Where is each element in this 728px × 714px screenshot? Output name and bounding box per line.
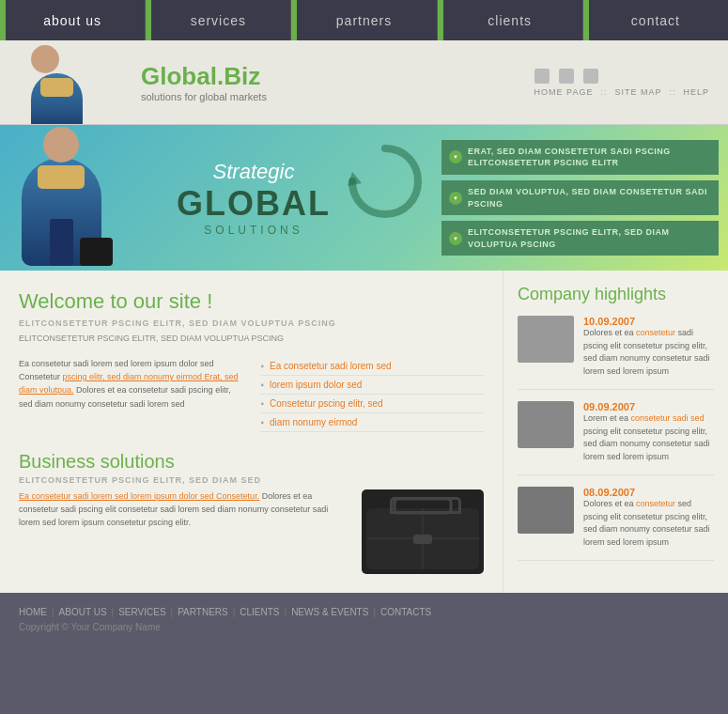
logo-text: Global.Biz [141, 62, 267, 91]
person-illustration [23, 45, 89, 120]
header-sitemap-link[interactable]: SITE MAP [614, 87, 661, 97]
hero-arrow-decoration [348, 144, 423, 219]
header-icon-2 [559, 69, 574, 84]
hero-item-text-1: ERAT, SED DIAM CONSETETUR SADI PSCING EL… [468, 146, 711, 169]
hero-tagline: Strategic GLOBAL SOLUTIONS [177, 160, 331, 237]
header-right: HOME PAGE :: SITE MAP :: HELP [534, 69, 709, 97]
nav-clients[interactable]: clients [438, 0, 583, 40]
highlight-content-3: 08.09.2007 Dolores et ea consetetur sed … [583, 487, 714, 549]
hero-item-2[interactable]: SED DIAM VOLUPTUA, SED DIAM CONSETETUR S… [441, 180, 719, 215]
hero-banner: Strategic GLOBAL SOLUTIONS ERAT, SED DIA… [0, 125, 728, 271]
link-item-4: diam nonumy eirmod [261, 413, 485, 432]
highlight-date-1[interactable]: 10.09.2007 [583, 316, 714, 327]
main-right-col: Company highlights 10.09.2007 Dolores et… [503, 271, 728, 593]
nav-clients-label: clients [488, 13, 532, 28]
hero-item-dot-3 [449, 232, 462, 245]
hero-item-3[interactable]: ELITCONSETETUR PSCING ELITR, SED DIAM VO… [441, 221, 719, 256]
footer-copyright: Copyright © Your Company Name [19, 622, 709, 632]
footer-link-contacts[interactable]: CONTACTS [380, 607, 431, 617]
main-content: Welcome to our site ! ELITCONSETETUR PSC… [0, 271, 728, 593]
highlight-content-1: 10.09.2007 Dolores et ea consetetur sadi… [583, 316, 714, 378]
hero-left: Strategic GLOBAL SOLUTIONS [0, 125, 432, 271]
business-section: Business solutions ELITCONSETETUR PSCING… [19, 451, 484, 574]
svg-rect-2 [395, 499, 451, 513]
highlight-img-2 [518, 401, 574, 448]
link-2[interactable]: lorem ipsum dolor sed [270, 380, 362, 390]
header-icon-row [534, 69, 709, 84]
highlight-item-2: 09.09.2007 Lorem et ea consetetur sadi s… [518, 401, 714, 475]
nav-partners-label: partners [336, 13, 392, 28]
hero-item-1[interactable]: ERAT, SED DIAM CONSETETUR SADI PSCING EL… [441, 140, 719, 175]
highlight-desc-3: Dolores et ea consetetur sed pscing elit… [583, 498, 714, 549]
logo-area: Global.Biz solutions for global markets [141, 62, 534, 102]
logo-main: Global [141, 62, 217, 90]
link-3[interactable]: Consetetur pscing elitr, sed [270, 398, 383, 409]
nav-partners[interactable]: partners [291, 0, 437, 40]
footer-link-news[interactable]: NEWS & EVENTS [291, 607, 368, 617]
hero-item-dot-1 [449, 150, 462, 163]
business-link[interactable]: Ea consetetur sadi lorem sed lorem ipsum… [19, 491, 259, 501]
business-rest: solutions [95, 451, 175, 472]
highlight-item-3: 08.09.2007 Dolores et ea consetetur sed … [518, 487, 714, 561]
company-highlight: Company [518, 285, 590, 303]
link-1[interactable]: Ea consetetur sadi lorem sed [270, 361, 392, 371]
body-text-content: Ea consetetur sadi lorem sed lorem ipsum… [19, 359, 239, 409]
highlight-item-1: 10.09.2007 Dolores et ea consetetur sadi… [518, 316, 714, 390]
hero-item-text-2: SED DIAM VOLUPTUA, SED DIAM CONSETETUR S… [468, 186, 711, 210]
briefcase-image [362, 489, 484, 574]
link-item-2: lorem ipsum dolor sed [261, 376, 485, 395]
footer-link-partners[interactable]: PARTNERS [178, 607, 228, 617]
welcome-highlight: Welcome [19, 289, 104, 313]
link-4[interactable]: diam nonumy eirmod [270, 417, 357, 427]
company-title: Company highlights [518, 285, 714, 304]
main-left-col: Welcome to our site ! ELITCONSETETUR PSC… [0, 271, 503, 593]
hero-solutions: SOLUTIONS [177, 224, 331, 237]
highlight-desc-1: Dolores et ea consetetur sadi pscing eli… [583, 327, 714, 378]
welcome-title: Welcome to our site ! [19, 289, 484, 314]
welcome-section: Welcome to our site ! ELITCONSETETUR PSC… [19, 289, 484, 346]
business-title: Business solutions [19, 451, 484, 473]
site-footer: HOME | ABOUT US | SERVICES | PARTNERS | … [0, 593, 728, 642]
header-nav-links: HOME PAGE :: SITE MAP :: HELP [534, 87, 709, 97]
hero-global: GLOBAL [177, 184, 331, 224]
main-nav: about us services partners clients conta… [0, 0, 728, 40]
footer-links: HOME | ABOUT US | SERVICES | PARTNERS | … [19, 607, 709, 617]
footer-link-services[interactable]: SERVICES [118, 607, 165, 617]
highlight-content-2: 09.09.2007 Lorem et ea consetetur sadi s… [583, 401, 714, 463]
business-two-col: Ea consetetur sadi lorem sed lorem ipsum… [19, 489, 484, 574]
highlight-img-1 [518, 316, 574, 363]
header-home-link[interactable]: HOME PAGE [534, 87, 594, 97]
highlight-date-2[interactable]: 09.09.2007 [583, 401, 714, 412]
logo-dot-biz: .Biz [217, 62, 260, 90]
header-help-link[interactable]: HELP [683, 87, 709, 97]
nav-contact[interactable]: contact [583, 0, 728, 40]
welcome-rest: to our site ! [104, 289, 212, 313]
welcome-desc: ELITCONSETETUR PSCING ELITR, SED DIAM VO… [19, 333, 484, 346]
logo-person-area [19, 45, 141, 120]
business-body: Ea consetetur sadi lorem sed lorem ipsum… [19, 489, 348, 574]
hero-suitcase [80, 238, 113, 266]
welcome-two-col: Ea consetetur sadi lorem sed lorem ipsum… [19, 357, 484, 432]
welcome-subtitle: ELITCONSETETUR PSCING ELITR, SED DIAM VO… [19, 318, 484, 328]
welcome-body-text: Ea consetetur sadi lorem sed lorem ipsum… [19, 357, 242, 432]
nav-about-us-label: about us [43, 13, 101, 28]
company-rest: highlights [590, 285, 666, 303]
hero-person [9, 125, 113, 271]
footer-link-clients[interactable]: CLIENTS [240, 607, 279, 617]
welcome-links: Ea consetetur sadi lorem sed lorem ipsum… [261, 357, 485, 432]
hero-item-dot-2 [449, 192, 462, 205]
footer-link-home[interactable]: HOME [19, 607, 47, 617]
footer-link-about[interactable]: ABOUT US [59, 607, 107, 617]
business-highlight: Business [19, 451, 95, 472]
nav-contact-label: contact [631, 13, 680, 28]
body-link-1[interactable]: pscing elitr, sed diam nonumy eirmod Era… [19, 372, 239, 395]
highlight-img-3 [518, 487, 574, 534]
nav-services[interactable]: services [146, 0, 291, 40]
site-header: Global.Biz solutions for global markets … [0, 40, 728, 125]
highlight-date-3[interactable]: 08.09.2007 [583, 487, 714, 498]
hero-item-text-3: ELITCONSETETUR PSCING ELITR, SED DIAM VO… [468, 226, 711, 250]
header-icon-1 [534, 69, 550, 84]
highlight-desc-2: Lorem et ea consetetur sadi sed pscing e… [583, 412, 714, 463]
nav-about-us[interactable]: about us [0, 0, 146, 40]
svg-rect-5 [413, 535, 432, 544]
